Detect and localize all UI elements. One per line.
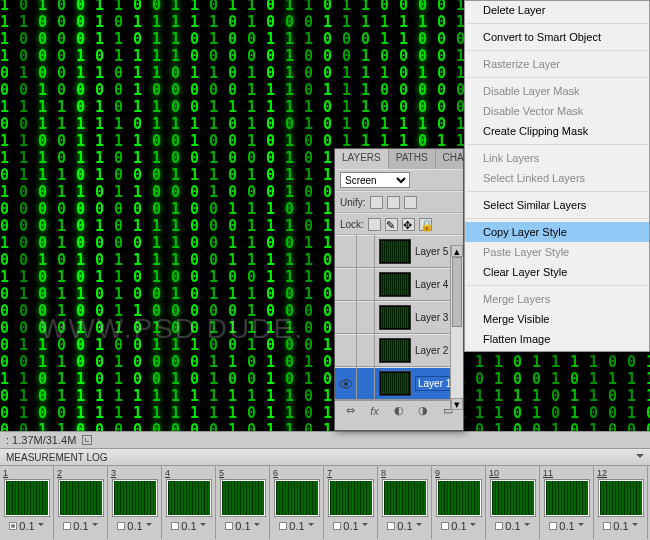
chevron-down-icon[interactable] [578,523,584,529]
menu-item-select-similar-layers[interactable]: Select Similar Layers [465,195,649,215]
lock-position-icon[interactable]: ✥ [402,218,415,231]
link-layers-icon[interactable]: ⇔ [343,404,357,418]
frame-selected-icon[interactable] [387,522,395,530]
frame-thumb[interactable] [113,480,157,516]
link-cell[interactable] [357,301,375,334]
chevron-down-icon[interactable] [254,523,260,529]
frame-delay[interactable]: 0.1 [505,520,520,532]
chevron-down-icon[interactable] [524,523,530,529]
frame-delay[interactable]: 0.1 [343,520,358,532]
frame-thumb[interactable] [437,480,481,516]
chevron-down-icon[interactable] [38,523,44,529]
layer-thumb[interactable] [379,305,411,330]
frame-selected-icon[interactable] [333,522,341,530]
frame-5[interactable]: 5 0.1 [216,466,270,539]
layer-row[interactable]: Layer 1 [335,367,463,400]
frame-thumb[interactable] [167,480,211,516]
scroll-down-icon[interactable]: ▾ [451,398,463,410]
tab-paths[interactable]: PATHS [389,149,436,169]
layer-thumb[interactable] [379,239,411,264]
chevron-down-icon[interactable] [146,523,152,529]
frame-selected-icon[interactable] [9,522,17,530]
frame-selected-icon[interactable] [225,522,233,530]
lock-all-icon[interactable]: 🔒 [419,218,432,231]
menu-item-flatten-image[interactable]: Flatten Image [465,329,649,349]
frame-selected-icon[interactable] [441,522,449,530]
visibility-toggle[interactable] [335,367,357,400]
frame-7[interactable]: 7 0.1 [324,466,378,539]
layer-row[interactable]: Layer 3 [335,301,463,334]
frame-selected-icon[interactable] [495,522,503,530]
menu-item-clear-layer-style[interactable]: Clear Layer Style [465,262,649,282]
frame-thumb[interactable] [491,480,535,516]
frame-thumb[interactable] [329,480,373,516]
link-cell[interactable] [357,235,375,268]
visibility-toggle[interactable] [335,235,357,268]
frame-9[interactable]: 9 0.1 [432,466,486,539]
frame-delay[interactable]: 0.1 [289,520,304,532]
frame-10[interactable]: 10 0.1 [486,466,540,539]
layer-thumb[interactable] [379,338,411,363]
unify-position-icon[interactable] [370,196,383,209]
frame-delay[interactable]: 0.1 [127,520,142,532]
layer-mask-icon[interactable]: ◐ [392,404,406,418]
frame-delay[interactable]: 0.1 [73,520,88,532]
frame-thumb[interactable] [599,480,643,516]
layer-row[interactable]: Layer 2 [335,334,463,367]
frame-thumb[interactable] [275,480,319,516]
frame-delay[interactable]: 0.1 [397,520,412,532]
layer-row[interactable]: Layer 4 [335,268,463,301]
frame-selected-icon[interactable] [117,522,125,530]
lock-transparent-icon[interactable] [368,218,381,231]
frame-thumb[interactable] [383,480,427,516]
menu-item-merge-visible[interactable]: Merge Visible [465,309,649,329]
unify-style-icon[interactable] [404,196,417,209]
frame-6[interactable]: 6 0.1 [270,466,324,539]
animation-header[interactable]: MEASUREMENT LOG [0,449,650,466]
link-cell[interactable] [357,334,375,367]
chevron-down-icon[interactable] [470,523,476,529]
chevron-down-icon[interactable] [308,523,314,529]
frame-selected-icon[interactable] [63,522,71,530]
menu-item-copy-layer-style[interactable]: Copy Layer Style [465,222,649,242]
lock-image-icon[interactable]: ✎ [385,218,398,231]
layer-thumb[interactable] [379,371,411,396]
chevron-down-icon[interactable] [362,523,368,529]
frame-thumb[interactable] [5,480,49,516]
frame-delay[interactable]: 0.1 [235,520,250,532]
frame-thumb[interactable] [59,480,103,516]
unify-visibility-icon[interactable] [387,196,400,209]
frame-selected-icon[interactable] [279,522,287,530]
frame-selected-icon[interactable] [549,522,557,530]
frame-1[interactable]: 1 0.1 [0,466,54,539]
frame-delay[interactable]: 0.1 [19,520,34,532]
tab-layers[interactable]: LAYERS [335,149,389,169]
frame-4[interactable]: 4 0.1 [162,466,216,539]
frame-2[interactable]: 2 0.1 [54,466,108,539]
link-cell[interactable] [357,367,375,400]
frame-delay[interactable]: 0.1 [181,520,196,532]
scroll-up-icon[interactable]: ▴ [451,245,463,257]
layer-thumb[interactable] [379,272,411,297]
frame-delay[interactable]: 0.1 [613,520,628,532]
blend-mode-select[interactable]: Screen [340,172,410,188]
visibility-toggle[interactable] [335,301,357,334]
chevron-down-icon[interactable] [632,523,638,529]
frame-delay[interactable]: 0.1 [451,520,466,532]
frame-8[interactable]: 8 0.1 [378,466,432,539]
frame-selected-icon[interactable] [171,522,179,530]
frame-12[interactable]: 12 0.1 [594,466,648,539]
layers-scrollbar[interactable]: ▴ ▾ [450,245,463,410]
visibility-toggle[interactable] [335,334,357,367]
frame-11[interactable]: 11 0.1 [540,466,594,539]
frame-thumb[interactable] [221,480,265,516]
visibility-toggle[interactable] [335,268,357,301]
frame-3[interactable]: 3 0.1 [108,466,162,539]
layer-row[interactable]: Layer 5 [335,235,463,268]
menu-item-convert-to-smart-object[interactable]: Convert to Smart Object [465,27,649,47]
menu-item-create-clipping-mask[interactable]: Create Clipping Mask [465,121,649,141]
frame-thumb[interactable] [545,480,589,516]
menu-item-delete-layer[interactable]: Delete Layer [465,0,649,20]
link-cell[interactable] [357,268,375,301]
frame-delay[interactable]: 0.1 [559,520,574,532]
